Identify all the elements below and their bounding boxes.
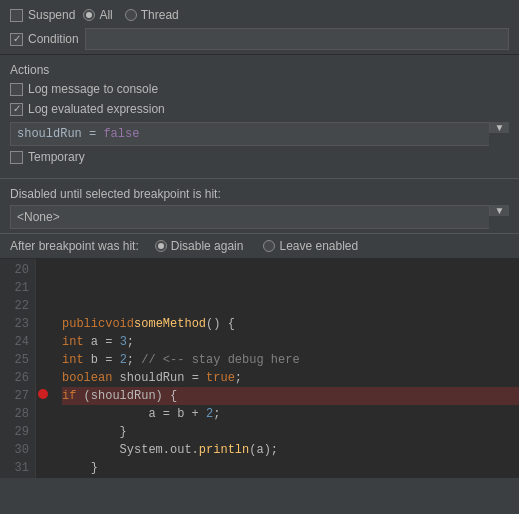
condition-row: Condition	[10, 28, 509, 50]
code-line: int a = 3;	[62, 333, 519, 351]
disabled-until-section: Disabled until selected breakpoint is hi…	[0, 183, 519, 233]
radio-group: All Thread	[83, 8, 178, 22]
code-line	[62, 297, 519, 315]
code-line: int b = 2; // <-- stay debug here	[62, 351, 519, 369]
after-breakpoint-row: After breakpoint was hit: Disable again …	[0, 233, 519, 259]
code-line: }	[62, 459, 519, 477]
log-evaluated-label: Log evaluated expression	[28, 102, 165, 116]
thread-radio-label[interactable]: Thread	[125, 8, 179, 22]
temporary-checkbox[interactable]	[10, 151, 23, 164]
code-line: public void someMethod() {	[62, 315, 519, 333]
leave-enabled-label: Leave enabled	[279, 239, 358, 253]
all-label: All	[99, 8, 112, 22]
disabled-until-dropdown[interactable]: <None>	[10, 205, 489, 229]
actions-section: Actions Log message to console Log evalu…	[0, 55, 519, 174]
code-line	[62, 279, 519, 297]
disabled-until-dropdown-arrow[interactable]: ▼	[489, 205, 509, 216]
suspend-label: Suspend	[28, 8, 75, 22]
temporary-row: Temporary	[10, 150, 509, 164]
suspend-row: Suspend All Thread	[10, 8, 509, 22]
code-line: a = b + 2;	[62, 405, 519, 423]
leave-enabled-radio-label[interactable]: Leave enabled	[263, 239, 358, 253]
expression-dropdown-arrow[interactable]: ▼	[489, 122, 509, 133]
disabled-until-value: <None>	[17, 210, 60, 224]
code-editor: 20212223242526272829303132 public void s…	[0, 259, 519, 478]
log-message-row: Log message to console	[10, 82, 509, 96]
disabled-until-label: Disabled until selected breakpoint is hi…	[10, 187, 509, 201]
breakpoint-gutter	[36, 259, 50, 478]
code-line: if (shouldRun) {	[62, 387, 519, 405]
disable-again-radio[interactable]	[155, 240, 167, 252]
expression-text: shouldRun = false	[17, 127, 483, 141]
code-line: System.out.println(a);	[62, 441, 519, 459]
code-line: }	[62, 423, 519, 441]
temporary-checkbox-label[interactable]: Temporary	[10, 150, 85, 164]
condition-checkbox[interactable]	[10, 33, 23, 46]
actions-label: Actions	[10, 63, 509, 77]
log-message-checkbox[interactable]	[10, 83, 23, 96]
suspend-checkbox[interactable]	[10, 9, 23, 22]
log-evaluated-checkbox[interactable]	[10, 103, 23, 116]
condition-checkbox-label[interactable]: Condition	[10, 32, 79, 46]
log-evaluated-checkbox-label[interactable]: Log evaluated expression	[10, 102, 165, 116]
expression-dropdown[interactable]: shouldRun = false	[10, 122, 489, 146]
line-numbers: 20212223242526272829303132	[0, 259, 36, 478]
suspend-checkbox-label[interactable]: Suspend	[10, 8, 75, 22]
code-line	[62, 261, 519, 279]
leave-enabled-radio[interactable]	[263, 240, 275, 252]
temporary-label: Temporary	[28, 150, 85, 164]
log-message-checkbox-label[interactable]: Log message to console	[10, 82, 158, 96]
code-line: boolean shouldRun = true;	[62, 369, 519, 387]
disabled-until-dropdown-wrapper: <None> ▼	[10, 205, 509, 229]
all-radio[interactable]	[83, 9, 95, 21]
disable-again-radio-label[interactable]: Disable again	[155, 239, 244, 253]
condition-label: Condition	[28, 32, 79, 46]
after-breakpoint-label: After breakpoint was hit:	[10, 239, 139, 253]
disable-again-label: Disable again	[171, 239, 244, 253]
log-evaluated-row: Log evaluated expression	[10, 102, 509, 116]
code-lines: public void someMethod() { int a = 3; in…	[50, 259, 519, 478]
thread-label: Thread	[141, 8, 179, 22]
expression-dropdown-row: shouldRun = false ▼	[10, 122, 509, 146]
code-line	[62, 477, 519, 478]
breakpoint-dot	[38, 389, 48, 399]
log-message-label: Log message to console	[28, 82, 158, 96]
expression-dropdown-wrapper: shouldRun = false ▼	[10, 122, 509, 146]
separator1	[0, 178, 519, 179]
top-panel: Suspend All Thread Condition	[0, 0, 519, 55]
condition-input[interactable]	[85, 28, 509, 50]
all-radio-label[interactable]: All	[83, 8, 112, 22]
thread-radio[interactable]	[125, 9, 137, 21]
